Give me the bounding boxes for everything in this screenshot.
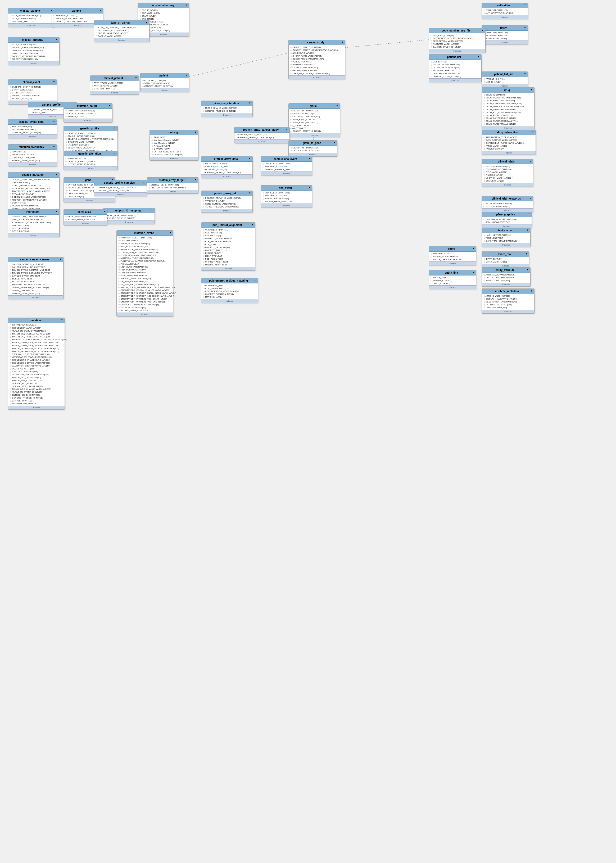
table-header-patient[interactable]: patient ▼ — [140, 73, 189, 79]
table-footer-cancer_study[interactable]: Indexes — [289, 75, 345, 79]
table-header-clinical_event[interactable]: clinical_event ▼ — [8, 80, 57, 85]
table-header-genetic_profile_samples[interactable]: genetic_profile_samples ▼ — [94, 180, 146, 185]
table-footer-type_of_cancer[interactable]: Indexes — [94, 38, 149, 42]
table-footer-protein_array_data[interactable]: Indexes — [201, 174, 253, 178]
table-footer-entity_link[interactable]: Indexes — [429, 285, 476, 289]
table-footer-authorities[interactable]: Indexes — [482, 15, 528, 19]
table-footer-text_cache[interactable]: Indexes — [482, 243, 530, 247]
table-footer-genetic_profile_samples[interactable]: Indexes — [94, 192, 146, 196]
table-header-uniprot_id_mapping[interactable]: uniprot_id_mapping ▼ — [104, 208, 154, 213]
table-footer-pfam_graphics[interactable]: Indexes — [482, 224, 531, 228]
table-footer-patient_list[interactable]: Indexes — [429, 79, 481, 82]
table-header-cancer_study[interactable]: cancer_study ▼ — [289, 40, 345, 45]
table-footer-users[interactable]: Indexes — [482, 41, 528, 44]
table-footer-clinical_attribute[interactable]: Indexes — [8, 61, 59, 65]
table-footer-clinical_trial_keywords[interactable]: Indexes — [482, 208, 533, 212]
table-header-text_cache[interactable]: text_cache ▼ — [482, 228, 530, 233]
table-footer-mut_sig[interactable]: Indexes — [150, 157, 198, 160]
table-row: ◇ CATEGORY VARCHAR(255) — [429, 66, 481, 69]
table-footer-drug[interactable]: Indexes — [482, 126, 534, 130]
table-header-protein_array_cancer_study[interactable]: protein_array_cancer_study ▼ — [234, 127, 289, 133]
table-header-genetic_alteration[interactable]: genetic_alteration ▼ — [64, 151, 118, 156]
table-footer-interaction[interactable]: Indexes — [8, 233, 59, 237]
table-header-copy_number_seg_file[interactable]: copy_number_seg_file ▼ — [429, 28, 485, 33]
table-header-mutation_frequency[interactable]: mutation_frequency ▼ — [8, 145, 57, 150]
table-header-sample[interactable]: sample ▼ — [52, 8, 103, 14]
expand-arrow: ▼ — [308, 187, 310, 189]
table-header-entity_link[interactable]: entity_link ▼ — [429, 270, 476, 275]
table-header-mutation_event[interactable]: mutation_event ▼ — [117, 231, 173, 236]
table-header-copy_number_seg[interactable]: copy_number_seg ▼ — [138, 3, 189, 8]
table-header-gistic[interactable]: gistic ▼ — [289, 104, 340, 109]
table-footer-protein_array_info[interactable]: Indexes — [201, 209, 253, 212]
table-footer-micro_rna[interactable]: Indexes — [482, 264, 529, 267]
table-footer-pdb_uniprot_residue_mapping[interactable]: Indexes — [201, 299, 258, 303]
table-header-gene_alias[interactable]: gene_alias ▼ — [64, 209, 107, 215]
table-footer-sanger_cancer_census[interactable]: Indexes — [8, 296, 63, 299]
table-header-type_of_cancer[interactable]: type_of_cancer ▼ — [94, 20, 149, 25]
table-footer-cna_event[interactable]: Indexes — [261, 203, 312, 207]
table-header-entity_attribute[interactable]: entity_attribute ▼ — [482, 267, 530, 273]
table-header-attribute_metadata[interactable]: attribute_metadata ▼ — [482, 289, 534, 294]
table-footer-mutation_frequency[interactable]: Indexes — [8, 162, 57, 166]
table-footer-mutation[interactable]: Indexes — [8, 406, 64, 409]
table-header-interaction[interactable]: interaction ▼ — [8, 209, 59, 215]
table-header-users[interactable]: users ▼ — [482, 25, 528, 31]
table-header-micro_rna[interactable]: micro_rna ▼ — [482, 252, 529, 257]
table-footer-copy_number_seg_file[interactable]: Indexes — [429, 49, 485, 53]
table-header-sample_cna_event[interactable]: sample_cna_event ▼ — [261, 156, 312, 162]
table-footer-gistic[interactable]: Indexes — [289, 133, 340, 137]
table-header-patient_list_list[interactable]: patient_list_list ▼ — [482, 72, 528, 77]
table-header-protein_array_data[interactable]: protein_array_data ▼ — [201, 156, 253, 162]
table-header-pdb_uniprot_alignment[interactable]: pdb_uniprot_alignment ▼ — [201, 223, 255, 228]
table-footer-clinical_event_data[interactable]: Indexes — [8, 134, 57, 138]
table-header-clinical_event_data[interactable]: clinical_event_data ▼ — [8, 119, 57, 125]
table-header-mutation[interactable]: mutation ▼ — [8, 318, 64, 323]
table-footer-entity[interactable]: Indexes — [429, 261, 476, 265]
table-header-micro_rna_alteration[interactable]: micro_rna_alteration ▼ — [201, 101, 253, 106]
table-footer-sample_cna_event[interactable]: Indexes — [261, 171, 312, 175]
table-header-clinical_patient[interactable]: clinical_patient ▼ — [90, 76, 139, 81]
table-footer-mutation_count[interactable]: Indexes — [64, 119, 112, 122]
table-header-pfam_graphics[interactable]: pfam_graphics ▼ — [482, 212, 531, 217]
table-header-clinical_trials[interactable]: clinical_trials ▼ — [482, 159, 533, 164]
table-footer-patient_list_list[interactable]: Indexes — [482, 84, 528, 88]
table-header-sanger_cancer_census[interactable]: sanger_cancer_census ▼ — [8, 257, 63, 262]
table-header-clinical_sample[interactable]: clinical_sample ▼ — [8, 8, 54, 14]
table-footer-uniprot_id_mapping[interactable]: Indexes — [104, 220, 154, 224]
table-footer-mutation_event[interactable]: Indexes — [117, 313, 173, 316]
table-header-genetic_profile[interactable]: genetic_profile ▼ — [64, 126, 118, 131]
table-footer-protein_array_target[interactable]: Indexes — [147, 190, 198, 193]
table-header-clinical_attribute[interactable]: clinical_attribute ▼ — [8, 37, 59, 42]
table-footer-gene[interactable]: Indexes — [64, 198, 115, 202]
table-header-mutation_count[interactable]: mutation_count ▼ — [64, 104, 112, 109]
table-row: ◇ DB_SNP_RS VARCHAR(25) — [117, 280, 173, 283]
table-header-mut_sig[interactable]: mut_sig ▼ — [150, 130, 198, 135]
table-header-cna_event[interactable]: cna_event ▼ — [261, 185, 312, 191]
table-footer-clinical_sample[interactable]: Indexes — [8, 23, 54, 27]
table-header-drug_interaction[interactable]: drug_interaction ▼ — [482, 130, 536, 135]
table-header-patient_list[interactable]: patient_list ▼ — [429, 55, 481, 60]
table-footer-clinical_trials[interactable]: Indexes — [482, 183, 533, 187]
table-footer-patient[interactable]: Indexes — [140, 88, 189, 92]
table-header-clinical_trial_keywords[interactable]: clinical_trial_keywords ▼ — [482, 196, 533, 201]
table-header-protein_array_info[interactable]: protein_array_info ▼ — [201, 191, 253, 196]
table-footer-genetic_alteration[interactable]: Indexes — [64, 166, 118, 170]
table-footer-pdb_uniprot_alignment[interactable]: Indexes — [201, 267, 255, 270]
expand-arrow: ▼ — [169, 231, 171, 234]
table-footer-clinical_patient[interactable]: Indexes — [90, 91, 139, 94]
table-header-drug[interactable]: drug ▼ — [482, 88, 534, 93]
table-footer-protein_array_cancer_study[interactable]: Indexes — [234, 140, 289, 143]
table-footer-entity_attribute[interactable]: Indexes — [482, 283, 530, 286]
table-footer-gene_alias[interactable]: Indexes — [64, 222, 107, 225]
table-header-protein_array_target[interactable]: protein_array_target ▼ — [147, 178, 198, 183]
table-header-authorities[interactable]: authorities ▼ — [482, 3, 528, 8]
table-footer-gistic_to_gene[interactable]: Indexes — [289, 153, 337, 156]
table-footer-attribute_metadata[interactable]: Indexes — [482, 310, 534, 313]
table-header-gistic_to_gene[interactable]: gistic_to_gene ▼ — [289, 140, 337, 146]
table-header-entity[interactable]: entity ▼ — [429, 247, 476, 252]
table-footer-drug_interaction[interactable]: Indexes — [482, 151, 536, 154]
table-header-cosmic_mutation[interactable]: cosmic_mutation ▼ — [8, 172, 59, 178]
table-footer-micro_rna_alteration[interactable]: Indexes — [201, 113, 253, 117]
table-header-pdb_uniprot_residue_mapping[interactable]: pdb_uniprot_residue_mapping ▼ — [201, 278, 258, 283]
